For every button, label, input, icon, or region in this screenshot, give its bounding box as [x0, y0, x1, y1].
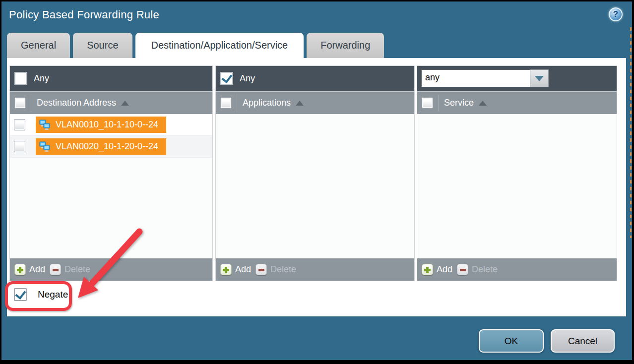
applications-any-label: Any: [240, 73, 255, 84]
delete-button[interactable]: Delete: [255, 264, 296, 275]
add-icon: [14, 264, 26, 275]
cancel-button[interactable]: Cancel: [551, 329, 615, 353]
network-address-icon: [39, 141, 51, 152]
service-type-dropdown[interactable]: any: [421, 69, 549, 87]
tab-forwarding[interactable]: Forwarding: [307, 33, 384, 58]
applications-column: Any Applications Add Delete: [216, 66, 414, 281]
address-object-vlan0010[interactable]: VLAN0010_10-1-10-0--24: [36, 117, 166, 133]
service-any-row: any: [417, 66, 617, 91]
service-type-value: any: [421, 69, 530, 87]
sort-asc-icon[interactable]: [479, 101, 487, 106]
delete-button[interactable]: Delete: [50, 264, 90, 275]
applications-header-row: Applications: [216, 91, 414, 114]
applications-any-checkbox[interactable]: [220, 72, 233, 85]
address-object-label: VLAN0010_10-1-10-0--24: [56, 120, 158, 130]
applications-list: [216, 114, 414, 258]
destination-select-all-checkbox[interactable]: [14, 97, 26, 109]
dialog-title: Policy Based Forwarding Rule: [9, 8, 159, 21]
help-icon[interactable]: ?: [609, 7, 623, 21]
screenshot-root: Policy Based Forwarding Rule ? General S…: [0, 0, 634, 364]
add-button[interactable]: Add: [14, 264, 45, 275]
service-list: [417, 114, 617, 258]
row-checkbox[interactable]: [14, 119, 25, 130]
service-header-label[interactable]: Service: [444, 98, 474, 108]
sort-asc-icon[interactable]: [296, 101, 304, 106]
edge-artifact: [630, 27, 632, 238]
negate-checkbox[interactable]: [14, 288, 27, 301]
list-item: VLAN0010_10-1-10-0--24: [10, 114, 212, 136]
delete-button[interactable]: Delete: [457, 264, 498, 275]
delete-icon: [50, 264, 61, 275]
destination-any-row: Any: [10, 66, 212, 91]
sort-asc-icon[interactable]: [121, 101, 129, 106]
destination-any-label: Any: [34, 73, 49, 84]
negate-label: Negate: [38, 289, 68, 300]
service-select-all-checkbox[interactable]: [422, 97, 433, 109]
pbf-rule-dialog: Policy Based Forwarding Rule ? General S…: [1, 1, 632, 360]
tab-source[interactable]: Source: [73, 33, 132, 58]
negate-row: Negate: [14, 288, 68, 301]
network-address-icon: [39, 120, 51, 130]
ok-button[interactable]: OK: [479, 329, 544, 353]
add-button[interactable]: Add: [220, 264, 251, 275]
tab-destination-application-service[interactable]: Destination/Application/Service: [135, 33, 304, 58]
destination-header-row: Destination Address: [10, 91, 212, 114]
list-item: VLAN0020_10-1-20-0--24: [10, 136, 212, 158]
applications-toolbar: Add Delete: [216, 258, 414, 281]
service-column: any Service Add: [417, 66, 617, 281]
service-toolbar: Add Delete: [417, 258, 617, 281]
row-checkbox[interactable]: [14, 141, 25, 152]
tab-bar: General Source Destination/Application/S…: [7, 33, 384, 58]
address-object-vlan0020[interactable]: VLAN0020_10-1-20-0--24: [36, 138, 166, 155]
destination-toolbar: Add Delete: [10, 258, 212, 281]
applications-select-all-checkbox[interactable]: [220, 97, 232, 109]
destination-any-checkbox[interactable]: [14, 72, 27, 85]
destination-address-column: Any Destination Address: [10, 66, 212, 281]
applications-any-row: Any: [216, 66, 414, 91]
help-icon-glyph: ?: [613, 9, 618, 19]
applications-header-label[interactable]: Applications: [243, 98, 291, 108]
add-icon: [220, 264, 232, 275]
delete-icon: [255, 264, 267, 275]
header-divider: [438, 95, 439, 112]
chevron-down-icon: [535, 76, 544, 81]
tab-general[interactable]: General: [7, 33, 70, 58]
address-object-label: VLAN0020_10-1-20-0--24: [56, 141, 158, 152]
destination-header-label[interactable]: Destination Address: [37, 98, 116, 108]
add-button[interactable]: Add: [422, 264, 452, 275]
header-divider: [237, 95, 237, 112]
dropdown-button[interactable]: [530, 69, 549, 87]
header-divider: [31, 95, 31, 112]
tab-content-panel: Any Destination Address: [7, 58, 626, 316]
destination-list: VLAN0010_10-1-10-0--24: [10, 114, 212, 258]
add-icon: [422, 264, 433, 275]
delete-icon: [457, 264, 468, 275]
service-header-row: Service: [417, 91, 617, 114]
